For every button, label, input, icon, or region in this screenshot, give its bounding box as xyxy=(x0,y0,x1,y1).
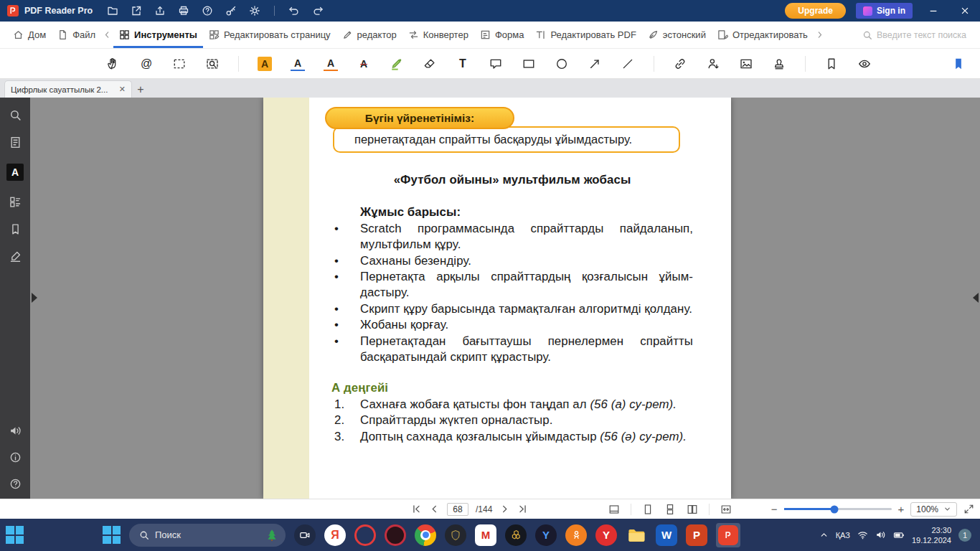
pdf-viewer-canvas[interactable]: Бүгін үйренетініміз: пернетақтадан спрай… xyxy=(30,98,980,499)
preview-eye-icon[interactable] xyxy=(857,57,872,71)
right-panel-expand-handle-icon[interactable] xyxy=(973,293,979,303)
yandex-music-icon[interactable]: Y xyxy=(535,524,557,546)
highlight-text-tool[interactable]: A xyxy=(258,57,272,71)
menu-item-file[interactable]: Файл xyxy=(52,22,101,48)
settings-gear-icon[interactable] xyxy=(249,5,260,17)
menu-scroll-right-icon[interactable] xyxy=(814,30,826,39)
yandex-start-icon[interactable]: Y xyxy=(595,524,617,546)
menu-item-edit-pdf[interactable]: Редактировать PDF xyxy=(529,22,641,48)
zoom-slider[interactable] xyxy=(784,508,892,510)
minimize-button[interactable] xyxy=(923,0,944,22)
new-tab-button[interactable]: + xyxy=(132,83,149,96)
tray-chevron-up-icon[interactable] xyxy=(819,530,829,540)
link-icon[interactable] xyxy=(673,57,687,71)
menu-scroll-left-icon[interactable] xyxy=(101,30,113,39)
volume-icon[interactable] xyxy=(875,529,886,540)
start-button-icon[interactable] xyxy=(6,526,24,544)
start-menu-icon[interactable] xyxy=(103,526,121,544)
pdf-reader-pro-taskbar-active[interactable] xyxy=(716,523,740,547)
page-number-input[interactable] xyxy=(447,503,468,516)
close-button[interactable] xyxy=(954,0,976,22)
camera-app-icon[interactable] xyxy=(294,524,316,546)
reading-mode-icon[interactable] xyxy=(608,504,620,515)
fullscreen-icon[interactable] xyxy=(963,504,974,514)
opera-gx-icon[interactable] xyxy=(385,524,406,546)
sidebar-help-icon[interactable] xyxy=(9,478,22,490)
yandex-browser-icon[interactable]: Я xyxy=(324,524,346,546)
marquee-select-icon[interactable] xyxy=(172,57,187,71)
mail-app-icon[interactable]: М xyxy=(475,524,496,546)
help-icon[interactable] xyxy=(202,5,213,17)
wifi-icon[interactable] xyxy=(857,529,868,540)
language-indicator[interactable]: ҚАЗ xyxy=(836,531,850,540)
continuous-view-icon[interactable] xyxy=(664,504,676,515)
arrow-shape-icon[interactable] xyxy=(588,57,602,71)
signin-button[interactable]: Sign in xyxy=(856,3,913,19)
previous-page-icon[interactable] xyxy=(429,504,440,514)
info-icon[interactable] xyxy=(9,451,22,463)
sidebar-outline-icon[interactable] xyxy=(9,196,22,208)
open-document-icon[interactable] xyxy=(131,5,142,17)
last-page-icon[interactable] xyxy=(517,504,528,514)
circle-shape-icon[interactable] xyxy=(555,57,569,71)
notification-badge[interactable]: 1 xyxy=(958,529,971,542)
insert-image-icon[interactable] xyxy=(739,57,753,71)
shield-emblem-icon[interactable] xyxy=(445,524,466,546)
menu-item-tools[interactable]: Инструменты xyxy=(113,22,203,48)
battery-icon[interactable] xyxy=(893,529,905,541)
eraser-icon[interactable] xyxy=(423,57,437,71)
sidebar-signature-icon[interactable] xyxy=(9,250,22,263)
line-shape-icon[interactable] xyxy=(621,57,635,71)
opera-icon[interactable] xyxy=(354,524,376,546)
sidebar-annotations-icon[interactable]: A xyxy=(6,164,24,181)
annotate-at-tool[interactable]: @ xyxy=(139,57,154,71)
ok-social-icon[interactable] xyxy=(565,524,587,546)
chrome-icon[interactable] xyxy=(415,524,436,546)
upgrade-button[interactable]: Upgrade xyxy=(785,3,846,19)
honeycomb-app-icon[interactable] xyxy=(505,524,527,546)
sidebar-bookmarks-icon[interactable] xyxy=(9,223,22,235)
rectangle-shape-icon[interactable] xyxy=(522,57,536,71)
key-icon[interactable] xyxy=(225,5,237,17)
first-page-icon[interactable] xyxy=(411,504,422,514)
menu-item-edit-page[interactable]: Редактировать страницу xyxy=(203,22,336,48)
print-icon[interactable] xyxy=(178,5,189,17)
underline-blue-tool[interactable]: A xyxy=(291,57,305,71)
powerpoint-app-icon[interactable]: P xyxy=(686,524,707,546)
bookmark-icon[interactable] xyxy=(824,57,839,71)
clock[interactable]: 23:30 19.12.2024 xyxy=(912,525,951,545)
menu-item-form[interactable]: Форма xyxy=(474,22,530,48)
next-page-icon[interactable] xyxy=(499,504,510,514)
strikeout-tool[interactable]: A xyxy=(357,57,371,71)
document-tab[interactable]: Цифрлык сауаттылык 2... ✕ xyxy=(4,80,132,98)
blue-flag-bookmark-icon[interactable] xyxy=(951,57,966,71)
menu-item-estonian[interactable]: эстонский xyxy=(642,22,712,48)
zoom-slider-knob[interactable] xyxy=(831,505,839,513)
text-tool[interactable]: T xyxy=(456,57,470,71)
zoom-out-button[interactable]: − xyxy=(771,503,778,515)
file-explorer-icon[interactable] xyxy=(626,524,647,546)
menu-item-converter[interactable]: Конвертер xyxy=(402,22,474,48)
undo-icon[interactable] xyxy=(288,5,300,17)
single-page-view-icon[interactable] xyxy=(642,504,654,515)
hand-tool-icon[interactable] xyxy=(106,57,121,71)
read-aloud-speaker-icon[interactable] xyxy=(9,425,22,437)
tab-close-icon[interactable]: ✕ xyxy=(119,85,126,94)
menu-item-home[interactable]: Дом xyxy=(7,22,52,48)
taskbar-search-box[interactable]: Поиск xyxy=(129,524,286,547)
sidebar-search-icon[interactable] xyxy=(9,109,22,121)
stamp-icon[interactable] xyxy=(772,57,786,71)
underline-orange-tool[interactable]: A xyxy=(324,57,338,71)
zoom-level-dropdown[interactable]: 100% xyxy=(910,502,957,517)
redo-icon[interactable] xyxy=(312,5,324,17)
two-page-view-icon[interactable] xyxy=(687,504,698,515)
fit-width-icon[interactable] xyxy=(720,504,732,515)
search-input[interactable] xyxy=(877,30,969,40)
share-icon[interactable] xyxy=(154,5,166,17)
menu-item-edited[interactable]: Отредактировать xyxy=(712,22,814,48)
sidebar-thumbnails-icon[interactable] xyxy=(9,136,22,149)
sidebar-expand-handle-icon[interactable] xyxy=(32,293,37,303)
word-app-icon[interactable]: W xyxy=(656,524,677,546)
menu-item-editor[interactable]: редактор xyxy=(336,22,402,48)
comment-bubble-icon[interactable] xyxy=(489,57,503,71)
